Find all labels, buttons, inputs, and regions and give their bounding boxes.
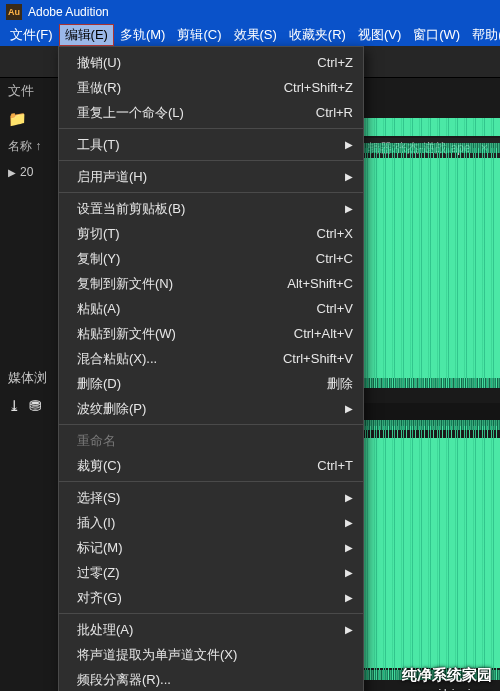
menu-shortcut: Alt+Shift+C: [277, 276, 353, 291]
menu-entry[interactable]: 启用声道(H)▶: [59, 164, 363, 189]
menu-shortcut: Ctrl+Shift+Z: [274, 80, 353, 95]
submenu-arrow-icon: ▶: [345, 403, 353, 414]
menu-entry-label: 裁剪(C): [77, 457, 307, 475]
menu-entry-label: 标记(M): [77, 539, 345, 557]
menu-entry[interactable]: 对齐(G)▶: [59, 585, 363, 610]
folder-icon[interactable]: 📁: [8, 110, 27, 128]
menu-item[interactable]: 视图(V): [352, 24, 407, 46]
menu-entry[interactable]: 选择(S)▶: [59, 485, 363, 510]
menu-shortcut: 删除: [317, 375, 353, 393]
media-browser-title: 媒体浏: [0, 365, 58, 391]
menu-entry-label: 对齐(G): [77, 589, 345, 607]
tree-item[interactable]: ▶20: [0, 159, 58, 185]
menu-entry[interactable]: 撤销(U)Ctrl+Z: [59, 50, 363, 75]
menu-entry-label: 重复上一个命令(L): [77, 104, 306, 122]
menu-entry-label: 复制到新文件(N): [77, 275, 277, 293]
menu-entry[interactable]: 重做(R)Ctrl+Shift+Z: [59, 75, 363, 100]
menu-entry-label: 将声道提取为单声道文件(X): [77, 646, 353, 664]
menu-shortcut: Ctrl+Z: [307, 55, 353, 70]
menu-entry[interactable]: 频段分离器(R)...: [59, 667, 363, 691]
name-column-header[interactable]: 名称 ↑: [0, 134, 58, 159]
submenu-arrow-icon: ▶: [345, 203, 353, 214]
menu-entry[interactable]: 将声道提取为单声道文件(X): [59, 642, 363, 667]
menu-separator: [59, 424, 363, 425]
submenu-arrow-icon: ▶: [345, 542, 353, 553]
submenu-arrow-icon: ▶: [345, 171, 353, 182]
menu-separator: [59, 192, 363, 193]
menu-item[interactable]: 效果(S): [228, 24, 283, 46]
menubar: 文件(F)编辑(E)多轨(M)剪辑(C)效果(S)收藏夹(R)视图(V)窗口(W…: [0, 24, 500, 46]
menu-shortcut: Ctrl+X: [307, 226, 353, 241]
menu-shortcut: Ctrl+V: [307, 301, 353, 316]
menu-entry-label: 插入(I): [77, 514, 345, 532]
menu-entry[interactable]: 粘贴到新文件(W)Ctrl+Alt+V: [59, 321, 363, 346]
menu-entry-label: 删除(D): [77, 375, 317, 393]
menu-entry[interactable]: 波纹删除(P)▶: [59, 396, 363, 421]
tree-item-label: 20: [20, 165, 33, 179]
menu-entry[interactable]: 插入(I)▶: [59, 510, 363, 535]
menu-entry[interactable]: 批处理(A)▶: [59, 617, 363, 642]
menu-separator: [59, 128, 363, 129]
menu-entry-label: 批处理(A): [77, 621, 345, 639]
download-icon[interactable]: ⤓: [8, 397, 21, 415]
menu-item[interactable]: 剪辑(C): [171, 24, 227, 46]
menu-entry-label: 工具(T): [77, 136, 345, 154]
edit-menu-dropdown: 撤销(U)Ctrl+Z重做(R)Ctrl+Shift+Z重复上一个命令(L)Ct…: [58, 46, 364, 691]
app-title: Adobe Audition: [28, 5, 109, 19]
menu-entry-label: 启用声道(H): [77, 168, 345, 186]
menu-entry-label: 复制(Y): [77, 250, 306, 268]
menu-entry[interactable]: 删除(D)删除: [59, 371, 363, 396]
menu-entry-label: 重命名: [77, 432, 353, 450]
menu-entry-label: 粘贴到新文件(W): [77, 325, 284, 343]
menu-entry-label: 波纹删除(P): [77, 400, 345, 418]
menu-entry-label: 过零(Z): [77, 564, 345, 582]
menu-entry[interactable]: 剪切(T)Ctrl+X: [59, 221, 363, 246]
menu-item[interactable]: 文件(F): [4, 24, 59, 46]
submenu-arrow-icon: ▶: [345, 567, 353, 578]
menu-separator: [59, 613, 363, 614]
menu-entry-label: 撤销(U): [77, 54, 307, 72]
menu-entry[interactable]: 标记(M)▶: [59, 535, 363, 560]
menu-entry: 重命名: [59, 428, 363, 453]
file-panel-title: 文件: [0, 78, 58, 104]
menu-entry-label: 混合粘贴(X)...: [77, 350, 273, 368]
menu-shortcut: Ctrl+R: [306, 105, 353, 120]
menu-item[interactable]: 编辑(E): [59, 24, 114, 46]
submenu-arrow-icon: ▶: [345, 624, 353, 635]
menu-entry-label: 频段分离器(R)...: [77, 671, 353, 689]
menu-entry[interactable]: 重复上一个命令(L)Ctrl+R: [59, 100, 363, 125]
submenu-arrow-icon: ▶: [345, 517, 353, 528]
submenu-arrow-icon: ▶: [345, 139, 353, 150]
menu-item[interactable]: 收藏夹(R): [283, 24, 352, 46]
watermark-text: 纯净系统家园: [402, 666, 492, 685]
app-icon: Au: [6, 4, 22, 20]
titlebar: Au Adobe Audition: [0, 0, 500, 24]
submenu-arrow-icon: ▶: [345, 592, 353, 603]
menu-entry-label: 剪切(T): [77, 225, 307, 243]
menu-entry[interactable]: 工具(T)▶: [59, 132, 363, 157]
menu-entry-label: 设置当前剪贴板(B): [77, 200, 345, 218]
menu-separator: [59, 160, 363, 161]
menu-entry[interactable]: 复制(Y)Ctrl+C: [59, 246, 363, 271]
menu-entry-label: 重做(R): [77, 79, 274, 97]
menu-entry-label: 选择(S): [77, 489, 345, 507]
menu-shortcut: Ctrl+Shift+V: [273, 351, 353, 366]
menu-entry[interactable]: 粘贴(A)Ctrl+V: [59, 296, 363, 321]
menu-entry[interactable]: 混合粘贴(X)...Ctrl+Shift+V: [59, 346, 363, 371]
menu-shortcut: Ctrl+C: [306, 251, 353, 266]
menu-entry[interactable]: 裁剪(C)Ctrl+T: [59, 453, 363, 478]
menu-entry-label: 粘贴(A): [77, 300, 307, 318]
file-panel: 文件 📁 名称 ↑ ▶20 媒体浏 ⤓ ⛃: [0, 78, 58, 691]
menu-separator: [59, 481, 363, 482]
menu-shortcut: Ctrl+T: [307, 458, 353, 473]
menu-item[interactable]: 多轨(M): [114, 24, 172, 46]
menu-shortcut: Ctrl+Alt+V: [284, 326, 353, 341]
menu-item[interactable]: 帮助(H): [466, 24, 500, 46]
menu-entry[interactable]: 复制到新文件(N)Alt+Shift+C: [59, 271, 363, 296]
drive-icon[interactable]: ⛃: [29, 397, 42, 415]
menu-entry[interactable]: 过零(Z)▶: [59, 560, 363, 585]
chevron-right-icon: ▶: [8, 167, 16, 178]
menu-item[interactable]: 窗口(W): [407, 24, 466, 46]
menu-entry[interactable]: 设置当前剪贴板(B)▶: [59, 196, 363, 221]
submenu-arrow-icon: ▶: [345, 492, 353, 503]
